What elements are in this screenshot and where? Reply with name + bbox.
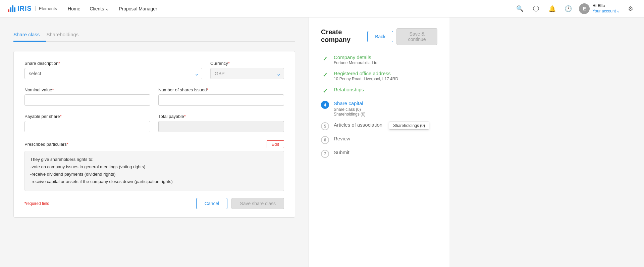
sidebar-title: Create company <box>321 28 367 44</box>
tab-shareholdings[interactable]: Shareholdings <box>46 28 85 42</box>
step-subtitle-1: Fortune Memorabilia Ltd <box>334 60 437 65</box>
step-submit: 7 Submit <box>321 149 437 158</box>
iris-logo-icon <box>8 5 15 12</box>
required-star-3: * <box>52 87 54 92</box>
form-footer: *required field Cancel Save share class <box>24 198 284 209</box>
step-indicator-6: 6 <box>321 136 329 144</box>
step-subtitle-2: 10 Penny Road, Liverpool, L17 4RD <box>334 77 437 81</box>
required-star-2: * <box>228 61 230 66</box>
share-description-label: Share description* <box>24 61 202 66</box>
user-info: Hi Ella Your account ⌄ <box>592 3 620 14</box>
footer-buttons: Cancel Save share class <box>196 198 284 209</box>
left-content: Share class Shareholdings Share descript… <box>0 17 309 267</box>
main-layout: Share class Shareholdings Share descript… <box>0 17 644 267</box>
step-content-2: Registered office address 10 Penny Road,… <box>334 71 437 81</box>
save-continue-button: Save & continue <box>396 28 437 45</box>
nominal-value-label: Nominal value* <box>24 87 150 92</box>
nav-actions: 🔍 ⓘ 🔔 🕐 E Hi Ella Your account ⌄ ⚙ <box>515 3 636 14</box>
required-star-1: * <box>58 61 60 66</box>
step-title-7[interactable]: Submit <box>334 149 437 155</box>
currency-group: Currency* GBP ⌄ <box>210 61 284 79</box>
sidebar-header-buttons: Back Save & continue <box>367 28 437 45</box>
required-note: *required field <box>24 201 49 206</box>
nav-links: Home Clients ⌄ Proposal Manager <box>68 6 515 11</box>
required-star-5: * <box>60 114 62 119</box>
nominal-value-group: Nominal value* <box>24 87 150 106</box>
shares-issued-group: Number of shares issued* <box>158 87 284 106</box>
step-relationships: ✓ Relationships <box>321 87 437 95</box>
shareholdings-tooltip: Shareholdings (0) <box>389 122 429 130</box>
payable-per-share-group: Payable per share* <box>24 114 150 132</box>
search-button[interactable]: 🔍 <box>515 3 525 14</box>
step-indicator-3: ✓ <box>321 87 329 95</box>
step-sub-items-4: Share class (0) Shareholdings (0) <box>334 107 437 117</box>
tab-share-class[interactable]: Share class <box>13 28 46 42</box>
total-payable-input <box>158 121 284 132</box>
step-content-3: Relationships <box>334 87 437 92</box>
user-greeting: Hi Ella <box>592 3 620 9</box>
currency-label: Currency* <box>210 61 284 66</box>
cancel-button[interactable]: Cancel <box>196 198 228 209</box>
form-row-2: Nominal value* Number of shares issued* <box>24 87 284 106</box>
search-icon: 🔍 <box>516 5 524 12</box>
help-icon: ⓘ <box>533 5 539 13</box>
payable-per-share-input[interactable] <box>24 121 150 132</box>
sidebar-header: Create company Back Save & continue <box>321 28 437 45</box>
gear-icon: ⚙ <box>628 5 633 12</box>
step-title-2[interactable]: Registered office address <box>334 71 437 76</box>
back-button[interactable]: Back <box>367 31 393 42</box>
share-description-wrapper: select ⌄ <box>24 68 202 79</box>
share-description-select[interactable]: select <box>24 68 202 79</box>
shares-issued-label: Number of shares issued* <box>158 87 284 92</box>
total-payable-label: Total payable* <box>158 114 284 119</box>
nominal-value-input[interactable] <box>24 94 150 106</box>
edit-button[interactable]: Edit <box>267 140 284 148</box>
required-star-6: * <box>184 114 186 119</box>
form-card: Share description* select ⌄ Currency* <box>13 51 295 218</box>
user-account-link[interactable]: Your account ⌄ <box>592 9 620 14</box>
prescribed-text: They give shareholders rights to: -vote … <box>24 151 284 191</box>
payable-per-share-label: Payable per share* <box>24 114 150 119</box>
prescribed-header: Prescribed particulars* Edit <box>24 140 284 148</box>
settings-button[interactable]: ⚙ <box>625 3 636 14</box>
nav-proposal-manager[interactable]: Proposal Manager <box>119 6 157 11</box>
logo: IRIS Elements <box>8 5 57 12</box>
step-title-4[interactable]: Share capital <box>334 100 437 106</box>
right-sidebar: Create company Back Save & continue ✓ Co… <box>309 17 449 267</box>
shares-issued-input[interactable] <box>158 94 284 106</box>
prescribed-section: Prescribed particulars* Edit They give s… <box>24 140 284 191</box>
iris-text: IRIS <box>17 5 32 12</box>
clock-icon: 🕐 <box>565 5 572 12</box>
step-title-1[interactable]: Company details <box>334 54 437 60</box>
notifications-button[interactable]: 🔔 <box>547 3 557 14</box>
chevron-down-icon: ⌄ <box>105 6 109 11</box>
prescribed-label: Prescribed particulars* <box>24 142 68 147</box>
save-share-class-button[interactable]: Save share class <box>231 198 284 209</box>
form-row-1: Share description* select ⌄ Currency* <box>24 61 284 79</box>
step-review: 6 Review <box>321 136 437 144</box>
user-section: E Hi Ella Your account ⌄ <box>579 3 620 14</box>
step-indicator-1: ✓ <box>321 55 329 63</box>
step-indicator-2: ✓ <box>321 71 329 79</box>
currency-select[interactable]: GBP <box>210 68 284 79</box>
step-title-3[interactable]: Relationships <box>334 87 437 92</box>
nav-clients[interactable]: Clients ⌄ <box>90 6 109 11</box>
chevron-down-icon-user: ⌄ <box>616 9 620 14</box>
step-registered-office: ✓ Registered office address 10 Penny Roa… <box>321 71 437 81</box>
bell-icon: 🔔 <box>548 5 556 12</box>
step-sub-shareholdings: Shareholdings (0) <box>334 112 437 117</box>
step-sub-share-class: Share class (0) <box>334 107 437 112</box>
step-indicator-5: 5 <box>321 122 329 130</box>
nav-home[interactable]: Home <box>68 6 80 11</box>
step-share-capital: 4 Share capital Share class (0) Sharehol… <box>321 100 437 117</box>
avatar: E <box>579 3 590 14</box>
help-button[interactable]: ⓘ <box>531 3 541 14</box>
history-button[interactable]: 🕐 <box>563 3 574 14</box>
elements-label: Elements <box>35 6 57 11</box>
step-title-6[interactable]: Review <box>334 136 437 141</box>
step-company-details: ✓ Company details Fortune Memorabilia Lt… <box>321 54 437 65</box>
total-payable-group: Total payable* <box>158 114 284 132</box>
step-content-1: Company details Fortune Memorabilia Ltd <box>334 54 437 65</box>
navbar: IRIS Elements Home Clients ⌄ Proposal Ma… <box>0 0 644 17</box>
form-row-3: Payable per share* Total payable* <box>24 114 284 132</box>
